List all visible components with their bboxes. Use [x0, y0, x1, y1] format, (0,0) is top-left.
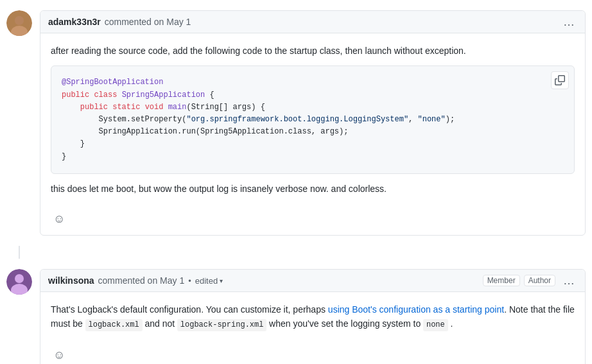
comment-1: adamk33n3r commented on May 1 … after re…: [0, 0, 592, 246]
comment-body: adamk33n3r commented on May 1 … after re…: [40, 10, 586, 236]
comment-header-left: adamk33n3r commented on May 1: [48, 17, 191, 27]
code-line-1: @SpringBootApplication: [62, 76, 564, 89]
reaction-button-2[interactable]: ☺: [51, 347, 67, 363]
svg-point-3: [15, 16, 24, 25]
text-before: That's Logback's default configuration. …: [51, 304, 328, 315]
edited-badge[interactable]: edited ▾: [195, 276, 223, 286]
comment-text-2: That's Logback's default configuration. …: [51, 302, 575, 332]
comment-date: commented on May 1: [105, 17, 191, 27]
badges-area: Member Author: [483, 275, 555, 286]
more-options-button[interactable]: …: [561, 16, 577, 28]
comment-header-left-2: wilkinsona commented on May 1 • edited ▾: [48, 275, 223, 286]
copy-button[interactable]: [551, 71, 569, 89]
comment-body-2: wilkinsona commented on May 1 • edited ▾…: [40, 269, 586, 364]
member-badge: Member: [483, 275, 520, 286]
code-line-2: public class Spring5Application {: [62, 89, 564, 101]
comment-footer-text: this does let me boot, but wow the outpu…: [51, 182, 575, 196]
reaction-area: ☺: [40, 206, 585, 235]
comment-author[interactable]: adamk33n3r: [48, 17, 101, 27]
comment-author-2[interactable]: wilkinsona: [48, 275, 94, 286]
code-line-4: System.setProperty("org.springframework.…: [62, 114, 564, 126]
text-final: .: [448, 318, 453, 329]
comment-header: adamk33n3r commented on May 1 …: [40, 11, 585, 33]
reaction-area-2: ☺: [40, 342, 585, 364]
text-end: when you've set the logging system to: [266, 318, 423, 329]
comment-content: after reading the source code, add the f…: [40, 33, 585, 206]
svg-point-5: [15, 274, 24, 283]
code-line-6: }: [62, 138, 564, 150]
comment-header-2: wilkinsona commented on May 1 • edited ▾…: [40, 270, 585, 292]
avatar: [6, 10, 32, 36]
code-block: @SpringBootApplication public class Spri…: [51, 65, 575, 173]
comment-thread: adamk33n3r commented on May 1 … after re…: [0, 0, 592, 364]
comment-header-right: …: [561, 16, 577, 28]
comment-2: wilkinsona commented on May 1 • edited ▾…: [0, 259, 592, 364]
author-badge: Author: [524, 275, 555, 286]
comment-text: after reading the source code, add the f…: [51, 44, 575, 58]
inline-code-2: logback-spring.xml: [177, 319, 266, 331]
reaction-button[interactable]: ☺: [51, 211, 67, 227]
text-middle: and not: [143, 318, 178, 329]
thread-connector: [19, 246, 592, 259]
link-starting-point[interactable]: using Boot's configuration as a starting…: [328, 304, 504, 315]
code-line-7: }: [62, 151, 564, 163]
comment-content-2: That's Logback's default configuration. …: [40, 292, 585, 342]
avatar-2: [6, 269, 32, 295]
code-line-3: public static void main(String[] args) {: [62, 101, 564, 114]
inline-code-3: none: [423, 319, 448, 331]
more-options-button-2[interactable]: …: [561, 275, 577, 286]
comment-header-right-2: Member Author …: [483, 275, 577, 286]
inline-code-1: logback.xml: [85, 319, 143, 331]
code-line-5: SpringApplication.run(Spring5Application…: [62, 126, 564, 138]
edited-label: edited: [195, 276, 218, 286]
chevron-down-icon: ▾: [220, 277, 223, 284]
comment-date-2: commented on May 1: [98, 275, 185, 286]
